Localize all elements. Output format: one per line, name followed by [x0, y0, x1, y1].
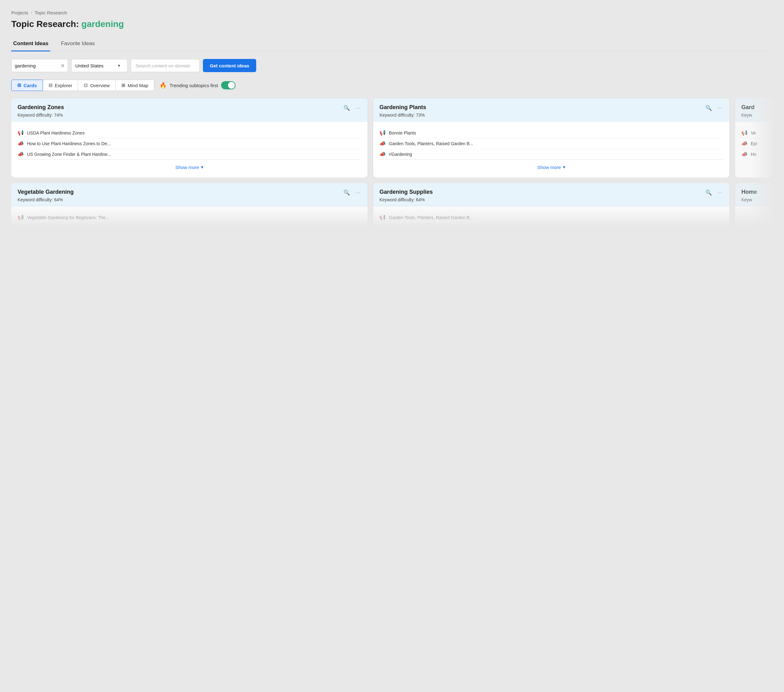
trending-toggle-area: 🔥 Trending subtopics first [160, 81, 236, 89]
breadcrumb-projects[interactable]: Projects [11, 10, 28, 15]
topic-item-text: Ve [751, 130, 756, 135]
show-more-button[interactable]: Show more ▾ [379, 160, 723, 173]
view-tab-overview-label: Overview [90, 83, 110, 88]
topic-item[interactable]: 📣 Garden Tools, Planters, Raised Garden … [379, 138, 723, 149]
card-gardening-plants: Gardening Plants Keyword difficulty: 73%… [373, 99, 730, 178]
view-tab-mindmap-label: Mind Map [128, 83, 148, 88]
breadcrumb-separator: › [31, 10, 32, 15]
clear-search-icon[interactable]: ✕ [61, 63, 64, 69]
card-search-button[interactable]: 🔍 [342, 189, 351, 197]
topic-item: 📣 Ho [741, 149, 766, 159]
megaphone-blue-icon: 📣 [18, 140, 24, 147]
domain-search-input[interactable]: Search content on domain [131, 59, 200, 72]
megaphone-blue-icon: 📣 [379, 140, 386, 147]
topic-item[interactable]: 📣 How to Use Plant Hardiness Zones to De… [18, 138, 361, 149]
card-gardening-plants-title: Gardening Plants [379, 104, 426, 111]
megaphone-blue-icon: 📣 [741, 140, 748, 147]
card-supplies-title: Gardening Supplies [379, 189, 433, 195]
topic-item-text: Ho [751, 152, 756, 157]
card-vegetable-title: Vegetable Gardening [18, 189, 74, 195]
card-partial-body: 📢 Ve 📣 Epi 📣 Ho [735, 122, 773, 164]
cards-icon: ⊞ [17, 82, 21, 88]
megaphone-green-icon: 📢 [379, 130, 386, 136]
show-more-button[interactable]: Show more ▾ [18, 160, 361, 173]
card-gardening-plants-body: 📢 Bonnie Plants 📣 Garden Tools, Planters… [373, 122, 730, 178]
cards-grid-top: Gardening Zones Keyword difficulty: 74% … [11, 99, 773, 178]
show-more-chevron: ▾ [563, 164, 565, 170]
view-tab-explorer-label: Explorer [55, 83, 72, 88]
card-search-button[interactable]: 🔍 [342, 104, 351, 112]
topic-item[interactable]: 📢 USDA Plant Hardiness Zones [18, 128, 361, 138]
megaphone-blue-icon: 📣 [18, 151, 24, 157]
view-tab-overview[interactable]: ⊡ Overview [78, 80, 116, 91]
toolbar: ✕ United States United Kingdom Canada Au… [11, 59, 773, 72]
country-select-wrapper[interactable]: United States United Kingdom Canada Aust… [71, 59, 128, 72]
topic-item[interactable]: 📣 r/Gardening [379, 149, 723, 160]
view-tabs: ⊞ Cards ⊟ Explorer ⊡ Overview ⊞ Mind Map… [11, 80, 773, 91]
card-gardening-plants-header: Gardening Plants Keyword difficulty: 73%… [373, 99, 730, 122]
view-tab-cards[interactable]: ⊞ Cards [11, 80, 43, 91]
card-gardening-zones-kd: Keyword difficulty: 74% [18, 112, 64, 118]
card-home-kd: Keyw [741, 197, 757, 202]
get-ideas-button[interactable]: Get content ideas [203, 59, 256, 72]
explorer-icon: ⊟ [49, 82, 53, 88]
page-title: Topic Research: gardening [11, 19, 773, 29]
topic-item-text: How to Use Plant Hardiness Zones to De..… [27, 141, 111, 146]
topic-item: 📣 Epi [741, 138, 766, 149]
card-gardening-zones-header: Gardening Zones Keyword difficulty: 74% … [11, 99, 367, 122]
card-more-button[interactable]: ··· [716, 189, 723, 197]
country-select[interactable]: United States United Kingdom Canada Aust… [75, 63, 116, 68]
megaphone-green-icon: 📢 [18, 130, 24, 136]
card-vegetable-actions: 🔍 ··· [342, 189, 361, 197]
card-search-button[interactable]: 🔍 [704, 104, 713, 112]
card-partial-header: Gard Keyw [735, 99, 773, 122]
topic-item-text: Bonnie Plants [389, 130, 416, 135]
tab-favorite-ideas[interactable]: Favorite Ideas [59, 38, 97, 51]
mindmap-icon: ⊞ [121, 82, 125, 88]
topic-item-text: Garden Tools, Planters, Raised Garden B.… [389, 141, 473, 146]
show-more-label: Show more [175, 165, 199, 170]
topic-item: 📢 Ve [741, 128, 766, 138]
megaphone-blue-icon: 📣 [379, 151, 386, 157]
breadcrumb-topic-research[interactable]: Topic Research [35, 10, 67, 15]
toggle-knob [228, 82, 235, 89]
card-gardening-zones-title: Gardening Zones [18, 104, 64, 111]
card-more-button[interactable]: ··· [354, 189, 361, 197]
topic-item[interactable]: 📢 Bonnie Plants [379, 128, 723, 138]
card-gardening-zones: Gardening Zones Keyword difficulty: 74% … [11, 99, 367, 178]
card-gardening-plants-kd: Keyword difficulty: 73% [379, 112, 426, 118]
page-title-prefix: Topic Research: [11, 19, 82, 29]
overview-icon: ⊡ [84, 82, 88, 88]
topic-item[interactable]: 📣 US Growing Zone Finder & Plant Hardine… [18, 149, 361, 160]
tab-content-ideas[interactable]: Content Ideas [11, 38, 50, 51]
topic-item-text: USDA Plant Hardiness Zones [27, 130, 85, 135]
card-supplies-actions: 🔍 ··· [704, 189, 723, 197]
country-dropdown-arrow: ▾ [118, 63, 120, 68]
card-more-button[interactable]: ··· [716, 104, 723, 112]
view-tab-cards-label: Cards [23, 83, 37, 88]
card-more-button[interactable]: ··· [354, 104, 361, 112]
main-tabs: Content Ideas Favorite Ideas [11, 38, 773, 51]
card-partial-title: Gard [741, 104, 754, 111]
card-gardening-zones-body: 📢 USDA Plant Hardiness Zones 📣 How to Us… [11, 122, 367, 178]
fire-icon: 🔥 [160, 82, 166, 89]
show-more-label: Show more [537, 165, 561, 170]
megaphone-blue-icon: 📣 [741, 151, 748, 157]
card-supplies-kd: Keyword difficulty: 64% [379, 197, 433, 202]
view-tab-mindmap[interactable]: ⊞ Mind Map [115, 80, 154, 91]
domain-search-placeholder: Search content on domain [135, 63, 190, 68]
trending-toggle-switch[interactable] [221, 81, 236, 89]
topic-item-text: Epi [751, 141, 757, 146]
search-input-wrapper[interactable]: ✕ [11, 59, 68, 72]
card-partial-kd: Keyw [741, 112, 754, 118]
search-input[interactable] [15, 63, 59, 68]
card-partial-gard: Gard Keyw 📢 Ve 📣 Epi 📣 Ho [735, 99, 773, 178]
view-tab-explorer[interactable]: ⊟ Explorer [43, 80, 78, 91]
topic-item-text: US Growing Zone Finder & Plant Hardine..… [27, 152, 111, 157]
card-gardening-zones-actions: 🔍 ··· [342, 104, 361, 112]
topic-item-text: r/Gardening [389, 152, 412, 157]
card-gardening-plants-actions: 🔍 ··· [704, 104, 723, 112]
card-search-button[interactable]: 🔍 [704, 189, 713, 197]
bottom-fade-overlay [11, 202, 773, 227]
breadcrumb: Projects › Topic Research [11, 10, 773, 15]
